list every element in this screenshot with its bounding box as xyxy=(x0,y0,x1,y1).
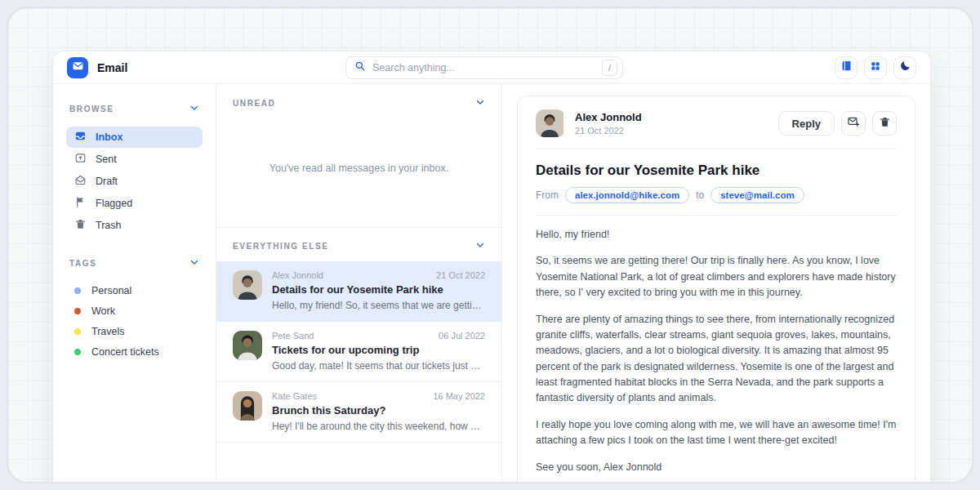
browse-label: BROWSE xyxy=(69,105,114,114)
sidebar-item-label: Trash xyxy=(96,220,122,231)
unread-section-header[interactable]: UNREAD xyxy=(216,84,501,117)
sidebar-item-label: Inbox xyxy=(96,131,122,143)
tags-label: TAGS xyxy=(69,259,96,268)
tag-color-dot xyxy=(74,349,81,355)
mail-date: 21 Oct 2022 xyxy=(436,270,485,280)
flag-icon xyxy=(74,196,87,211)
unread-empty-message: You've read all messages in your inbox. xyxy=(216,117,501,227)
mail-plus-icon xyxy=(847,115,860,131)
sidebar: BROWSE Inbox xyxy=(53,84,216,483)
moon-icon xyxy=(899,60,911,75)
browse-section-header[interactable]: BROWSE xyxy=(66,101,203,116)
avatar xyxy=(233,391,262,421)
mail-list-item[interactable]: Kate Gates 16 May 2022 Brunch this Satur… xyxy=(216,382,501,443)
tag-item-work[interactable]: Work xyxy=(66,301,203,321)
tag-label: Concert tickets xyxy=(91,346,159,358)
tag-color-dot xyxy=(74,287,81,294)
addressbook-button[interactable] xyxy=(835,56,858,79)
mail-preview: Hey! I'll be around the city this weeken… xyxy=(272,421,485,432)
avatar xyxy=(536,109,565,137)
tags-section-header[interactable]: TAGS xyxy=(66,256,203,270)
delete-mail-button[interactable] xyxy=(872,111,897,136)
search-input[interactable] xyxy=(372,62,602,74)
app-logo xyxy=(67,57,88,78)
unread-section: UNREAD You've read all messages in your … xyxy=(216,84,501,227)
from-to-row: From alex.jonnold@hike.com to steve@mail… xyxy=(536,187,897,203)
desktop-background: Email / xyxy=(7,7,973,483)
sidebar-item-label: Flagged xyxy=(96,198,132,209)
chevron-down-icon[interactable] xyxy=(475,238,485,253)
apps-button[interactable] xyxy=(864,56,887,79)
message-paragraph: See you soon, Alex Jonnold xyxy=(536,460,897,475)
grid-icon xyxy=(870,60,881,75)
book-icon xyxy=(840,60,853,75)
mail-preview: Hello, my friend! So, it seems that we a… xyxy=(272,300,485,311)
forward-mail-button[interactable] xyxy=(841,111,866,136)
mail-list-column: UNREAD You've read all messages in your … xyxy=(216,84,502,483)
mail-subject: Brunch this Saturday? xyxy=(272,404,485,416)
inbox-icon xyxy=(74,130,87,145)
detail-header: Alex Jonnold 21 Oct 2022 Reply xyxy=(536,109,897,137)
mail-list-item[interactable]: Pete Sand 06 Jul 2022 Tickets for our up… xyxy=(216,322,501,382)
top-bar: Email / xyxy=(53,51,930,84)
app-title: Email xyxy=(97,61,127,74)
search-shortcut-badge: / xyxy=(602,60,617,76)
draft-icon xyxy=(74,174,87,189)
sidebar-item-inbox[interactable]: Inbox xyxy=(66,127,203,148)
mail-sender: Kate Gates xyxy=(272,391,317,401)
sidebar-item-label: Draft xyxy=(96,176,118,187)
reply-button[interactable]: Reply xyxy=(778,111,835,136)
from-address-chip[interactable]: alex.jonnold@hike.com xyxy=(565,187,689,203)
mail-subject: Tickets for our upcoming trip xyxy=(272,344,485,356)
avatar xyxy=(233,331,262,360)
sidebar-item-draft[interactable]: Draft xyxy=(66,171,203,192)
everything-else-header[interactable]: EVERYTHING ELSE xyxy=(216,228,501,261)
tag-label: Work xyxy=(91,305,115,317)
mail-detail-card: Alex Jonnold 21 Oct 2022 Reply xyxy=(517,96,915,483)
mail-sender: Pete Sand xyxy=(272,331,314,341)
unread-label: UNREAD xyxy=(233,99,275,108)
divider xyxy=(536,215,897,216)
tag-list: Personal Work Travels Concert tickets xyxy=(66,280,203,362)
search-icon xyxy=(354,60,366,75)
search-bar[interactable]: / xyxy=(345,56,623,79)
chevron-down-icon[interactable] xyxy=(475,96,485,110)
mail-date: 16 May 2022 xyxy=(433,391,485,401)
sidebar-item-flagged[interactable]: Flagged xyxy=(66,193,203,214)
message-paragraph: There are plenty of amazing things to se… xyxy=(536,312,897,407)
to-address-chip[interactable]: steve@mail.com xyxy=(710,187,804,203)
envelope-icon xyxy=(72,60,84,75)
chevron-down-icon[interactable] xyxy=(189,101,199,116)
tag-label: Personal xyxy=(91,285,131,296)
sidebar-item-sent[interactable]: Sent xyxy=(66,149,203,170)
mail-preview: Good day, mate! It seems that our ticket… xyxy=(272,360,485,372)
message-paragraph: I really hope you love coming along with… xyxy=(536,417,897,449)
message-body: Hello, my friend! So, it seems we are ge… xyxy=(536,227,897,475)
chevron-down-icon[interactable] xyxy=(189,256,199,270)
folder-nav: Inbox Sent Draft xyxy=(66,127,203,236)
detail-actions: Reply xyxy=(778,111,897,136)
tag-item-personal[interactable]: Personal xyxy=(66,280,203,301)
everything-else-section: EVERYTHING ELSE Alex Jonnold xyxy=(216,227,501,443)
tag-item-travels[interactable]: Travels xyxy=(66,321,203,341)
email-app-window: Email / xyxy=(52,51,931,483)
tag-color-dot xyxy=(74,308,81,314)
message-paragraph: Hello, my friend! xyxy=(536,227,897,243)
mail-item-body: Alex Jonnold 21 Oct 2022 Details for our… xyxy=(272,270,485,311)
sidebar-item-label: Sent xyxy=(96,154,117,165)
mail-list-item[interactable]: Alex Jonnold 21 Oct 2022 Details for our… xyxy=(216,261,501,322)
message-paragraph: So, it seems we are getting there! Our t… xyxy=(536,253,897,301)
mail-item-body: Pete Sand 06 Jul 2022 Tickets for our up… xyxy=(272,331,485,372)
dark-mode-button[interactable] xyxy=(893,56,916,79)
trash-icon xyxy=(74,218,87,233)
to-label: to xyxy=(696,189,704,201)
mail-sender: Alex Jonnold xyxy=(272,270,323,280)
sidebar-item-trash[interactable]: Trash xyxy=(66,215,203,236)
detail-subject: Details for our Yosemite Park hike xyxy=(536,163,897,179)
everything-else-label: EVERYTHING ELSE xyxy=(233,242,329,251)
mail-date: 06 Jul 2022 xyxy=(439,331,485,341)
tag-item-concert-tickets[interactable]: Concert tickets xyxy=(66,341,203,362)
from-label: From xyxy=(536,189,559,201)
tag-color-dot xyxy=(74,328,81,335)
mail-detail-panel: Alex Jonnold 21 Oct 2022 Reply xyxy=(502,84,930,483)
